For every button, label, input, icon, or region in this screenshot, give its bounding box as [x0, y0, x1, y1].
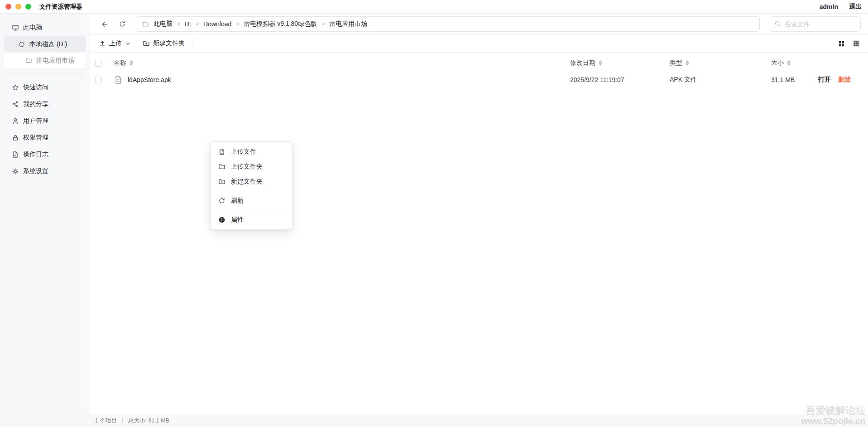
context-menu-item-label: 刷新	[231, 197, 244, 205]
sidebar-item-label: 本地磁盘 (D:)	[29, 40, 67, 49]
file-icon	[218, 148, 225, 155]
table-header: 名称 修改日期 类型 大小	[90, 55, 868, 71]
gear-icon	[12, 168, 19, 175]
grid-view-icon[interactable]	[838, 40, 845, 47]
upload-icon	[99, 40, 106, 47]
toolbar: 上传 新建文件夹	[90, 35, 868, 53]
search-icon	[774, 20, 781, 27]
app-title: 文件资源管理器	[39, 3, 82, 11]
folder-icon	[25, 57, 32, 64]
total-size-label: 总大小: 31.1 MB	[128, 417, 169, 425]
chevron-down-icon	[125, 41, 131, 47]
context-menu-item-label: 上传文件夹	[231, 163, 263, 171]
file-modified-date: 2025/9/22 11:19:07	[558, 76, 658, 83]
column-header-type[interactable]: 类型	[658, 59, 759, 67]
sort-icon[interactable]	[686, 60, 689, 66]
sidebar-item-label: 系统设置	[23, 167, 48, 175]
context-menu-item-label: 新建文件夹	[231, 178, 263, 186]
username-label: admin	[820, 3, 838, 10]
breadcrumb[interactable]: 此电脑 > D: > Download > 雷电模拟器 v9.1.80绿色版 >…	[136, 16, 760, 32]
upload-button[interactable]: 上传	[99, 39, 131, 48]
upload-button-label: 上传	[109, 39, 122, 48]
breadcrumb-item[interactable]: 此电脑	[153, 20, 173, 28]
search-box	[770, 16, 861, 32]
user-icon	[12, 117, 19, 125]
share-icon	[12, 101, 19, 108]
breadcrumb-item[interactable]: 雷电模拟器 v9.1.80绿色版	[244, 20, 317, 28]
column-header-name[interactable]: 名称	[102, 59, 558, 67]
file-list-empty-area[interactable]	[90, 89, 868, 414]
context-menu-item-label: 属性	[231, 216, 244, 224]
context-menu-item-new-folder[interactable]: 新建文件夹	[211, 174, 292, 189]
sidebar-item-label: 雷电应用市场	[36, 57, 74, 65]
sidebar-item-my-shares[interactable]: 我的分享	[0, 96, 90, 112]
select-all-checkbox[interactable]	[95, 60, 102, 67]
breadcrumb-separator: >	[321, 21, 325, 27]
status-divider	[122, 418, 123, 423]
context-menu-item-properties[interactable]: 属性	[211, 212, 292, 227]
context-menu-item-upload-folder[interactable]: 上传文件夹	[211, 159, 292, 174]
item-count-label: 1 个项目	[95, 417, 117, 425]
context-menu-divider	[211, 210, 292, 210]
folder-plus-icon	[218, 178, 225, 185]
sidebar-item-quick-access[interactable]: 快速访问	[0, 79, 90, 96]
main-panel: 此电脑 > D: > Download > 雷电模拟器 v9.1.80绿色版 >…	[90, 14, 868, 427]
sort-icon[interactable]	[599, 60, 602, 66]
file-name[interactable]: ldAppStore.apk	[128, 76, 171, 83]
sidebar-item-ld-app-market[interactable]: 雷电应用市场	[4, 53, 86, 68]
context-menu-item-upload-file[interactable]: 上传文件	[211, 144, 292, 159]
star-icon	[12, 84, 19, 91]
sidebar-item-this-pc[interactable]: 此电脑	[0, 19, 90, 36]
lock-icon	[12, 134, 19, 141]
file-icon	[114, 75, 123, 84]
file-size: 31.1 MB	[759, 76, 806, 83]
search-input[interactable]	[770, 16, 861, 32]
sidebar-item-user-management[interactable]: 用户管理	[0, 112, 90, 129]
sidebar-item-label: 此电脑	[23, 24, 42, 32]
breadcrumb-separator: >	[177, 21, 180, 27]
column-header-modified[interactable]: 修改日期	[558, 59, 658, 67]
folder-icon	[142, 21, 149, 28]
breadcrumb-item[interactable]: 雷电应用市场	[329, 20, 367, 28]
breadcrumb-item[interactable]: D:	[185, 20, 191, 28]
breadcrumb-item[interactable]: Download	[203, 20, 231, 28]
folder-icon	[218, 163, 225, 170]
computer-icon	[12, 24, 19, 31]
new-folder-button[interactable]: 新建文件夹	[143, 39, 185, 48]
sidebar-item-label: 快速访问	[23, 83, 48, 92]
sidebar-item-system-settings[interactable]: 系统设置	[0, 163, 90, 180]
maximize-window-icon[interactable]	[25, 4, 31, 10]
context-menu-item-label: 上传文件	[231, 148, 256, 156]
sidebar-item-permission-management[interactable]: 权限管理	[0, 129, 90, 146]
folder-plus-icon	[143, 40, 150, 47]
sort-icon[interactable]	[129, 60, 133, 66]
navigation-row: 此电脑 > D: > Download > 雷电模拟器 v9.1.80绿色版 >…	[90, 14, 868, 35]
titlebar: 文件资源管理器 admin 退出	[0, 0, 868, 14]
logout-button[interactable]: 退出	[849, 3, 862, 11]
table-row[interactable]: ldAppStore.apk 2025/9/22 11:19:07 APK 文件…	[90, 71, 868, 89]
sort-icon[interactable]	[787, 60, 791, 66]
back-button[interactable]	[101, 20, 109, 28]
close-window-icon[interactable]	[5, 4, 11, 10]
column-header-size[interactable]: 大小	[759, 59, 806, 67]
minimize-window-icon[interactable]	[15, 4, 21, 10]
refresh-button[interactable]	[119, 20, 126, 28]
context-menu-item-refresh[interactable]: 刷新	[211, 193, 292, 208]
sidebar-item-operation-logs[interactable]: 操作日志	[0, 146, 90, 163]
refresh-icon	[218, 197, 225, 204]
list-view-icon[interactable]	[853, 40, 860, 47]
status-bar: 1 个项目 总大小: 31.1 MB	[90, 414, 868, 427]
sidebar: 此电脑 本地磁盘 (D:) 雷电应用市场 快速访问 我的分享	[0, 14, 90, 427]
new-folder-button-label: 新建文件夹	[153, 39, 185, 48]
breadcrumb-separator: >	[236, 21, 239, 27]
sidebar-divider	[6, 73, 83, 73]
open-file-button[interactable]: 打开	[818, 76, 831, 84]
sidebar-item-local-disk-d[interactable]: 本地磁盘 (D:)	[4, 36, 86, 52]
sidebar-item-label: 操作日志	[23, 150, 48, 159]
toolbar-divider	[192, 39, 192, 48]
delete-file-button[interactable]: 删除	[838, 76, 851, 84]
row-checkbox[interactable]	[95, 77, 102, 83]
sidebar-item-label: 权限管理	[23, 134, 48, 142]
file-type: APK 文件	[658, 76, 759, 84]
info-icon	[218, 216, 225, 223]
